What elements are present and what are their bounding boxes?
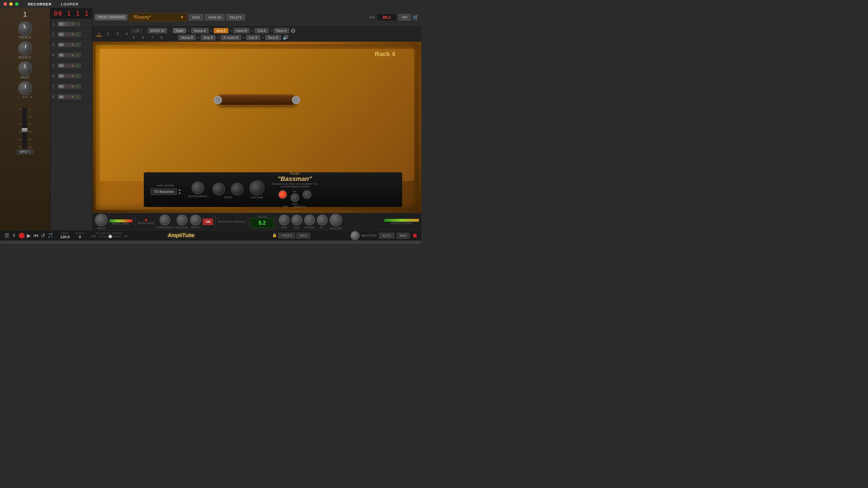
stomp-b-node[interactable]: Stomp B bbox=[178, 35, 195, 40]
ch4-m-btn[interactable]: M bbox=[70, 53, 75, 57]
volume-knob[interactable] bbox=[249, 181, 265, 195]
chain-tab-4[interactable]: 4 bbox=[124, 32, 130, 36]
fader-track[interactable] bbox=[22, 108, 27, 148]
amp-model-up[interactable]: ▲ bbox=[178, 188, 181, 192]
tab-looper[interactable]: LOOPER bbox=[60, 1, 80, 7]
loop-icon[interactable]: ↺ bbox=[41, 232, 45, 239]
amp-model-name[interactable]: '53 Bassman bbox=[151, 189, 177, 195]
release-knob[interactable] bbox=[177, 215, 187, 226]
input-knob[interactable] bbox=[95, 214, 107, 226]
save-btn[interactable]: SAVE bbox=[189, 14, 204, 21]
info-btn[interactable]: INFO bbox=[296, 233, 310, 238]
ch3-fx-btn[interactable]: FX bbox=[58, 43, 64, 47]
close-button[interactable] bbox=[3, 2, 7, 6]
amp-a-node[interactable]: Amp A bbox=[214, 28, 228, 33]
speed-slider[interactable] bbox=[99, 236, 122, 237]
preset-browser-btn[interactable]: PRESET BROWSER bbox=[95, 14, 127, 20]
threshold-knob[interactable] bbox=[159, 215, 170, 226]
ch6-fx-btn[interactable]: FX bbox=[58, 74, 64, 78]
chain-tab-8[interactable]: 8 bbox=[159, 35, 164, 40]
pan-module-knob[interactable] bbox=[279, 215, 290, 226]
lock-icon[interactable]: 🔒 bbox=[272, 233, 277, 238]
tone-knob[interactable] bbox=[212, 183, 225, 195]
ch7-m-btn[interactable]: M bbox=[70, 85, 75, 89]
chain-tab-6[interactable]: 6 bbox=[140, 35, 146, 40]
ch2-fx-btn[interactable]: FX bbox=[58, 32, 64, 36]
stomp-a-node[interactable]: Stomp A bbox=[191, 28, 209, 33]
power-icon[interactable]: ⏻ bbox=[291, 28, 296, 33]
save-as-btn[interactable]: SAVE AS bbox=[205, 14, 225, 21]
tap-btn[interactable]: TAP bbox=[398, 14, 411, 21]
ch2-r-btn[interactable]: R bbox=[65, 32, 70, 36]
insert-b-node[interactable]: A. Insert B bbox=[221, 35, 241, 40]
amp-b-node[interactable]: Amp B bbox=[201, 35, 216, 40]
auto-btn[interactable]: AUTO bbox=[379, 233, 394, 238]
ch4-s-btn[interactable]: S bbox=[76, 53, 81, 57]
amp-power-switch[interactable] bbox=[278, 190, 287, 199]
ch4-r-btn[interactable]: R bbox=[65, 53, 70, 57]
tab-recorder[interactable]: RECORDER bbox=[27, 1, 53, 7]
minimize-button[interactable] bbox=[9, 2, 13, 6]
cart-icon[interactable]: 🛒 bbox=[412, 14, 419, 21]
ch2-m-btn[interactable]: M bbox=[70, 32, 75, 36]
hamburger-icon[interactable]: ☰ bbox=[5, 232, 9, 239]
mono-in-node[interactable]: MONO IN bbox=[148, 28, 167, 33]
chain-tab-7[interactable]: 7 bbox=[149, 35, 155, 40]
middle-knob[interactable] bbox=[18, 41, 32, 55]
ch5-fx-btn[interactable]: FX bbox=[58, 64, 64, 68]
insert-a-node[interactable]: Insert A bbox=[234, 28, 249, 33]
pan-knob[interactable] bbox=[18, 81, 32, 95]
amp-model-down[interactable]: ▼ bbox=[178, 192, 181, 195]
vol-knob[interactable] bbox=[291, 215, 302, 226]
ch7-fx-btn[interactable]: FX bbox=[58, 85, 64, 89]
speed-handle[interactable] bbox=[108, 235, 112, 238]
maximize-button[interactable] bbox=[15, 2, 19, 6]
ch1-fx-btn[interactable]: FX bbox=[58, 22, 64, 26]
rack-b-node[interactable]: Rack B bbox=[265, 35, 281, 40]
chain-tab-5[interactable]: 5 bbox=[131, 35, 136, 40]
chain-tab-1[interactable]: 1 bbox=[96, 32, 102, 36]
ch1-s-btn[interactable]: S bbox=[75, 22, 80, 26]
tone-knob-2[interactable] bbox=[231, 183, 244, 195]
cab-b-node[interactable]: Cab B bbox=[246, 35, 260, 40]
amp-worn-switch[interactable] bbox=[303, 190, 311, 199]
midi-btn[interactable]: MIDI bbox=[397, 233, 410, 238]
di-knob[interactable] bbox=[317, 215, 328, 226]
ch3-m-btn[interactable]: M bbox=[70, 43, 75, 47]
ch3-s-btn[interactable]: S bbox=[76, 43, 81, 47]
chain-tab-2[interactable]: 2 bbox=[105, 32, 111, 36]
on-btn[interactable]: ON bbox=[203, 219, 213, 225]
ch1-r-btn[interactable]: ■ bbox=[65, 22, 69, 26]
master-module-knob[interactable] bbox=[330, 214, 342, 226]
rewind-icon[interactable]: ⏮ bbox=[33, 232, 38, 238]
grid-icon[interactable]: # bbox=[13, 233, 16, 238]
ch5-m-btn[interactable]: M bbox=[70, 64, 75, 68]
ch5-r-btn[interactable]: R bbox=[65, 64, 70, 68]
ch6-r-btn[interactable]: R bbox=[65, 74, 70, 78]
speaker-icon[interactable]: 🔊 bbox=[283, 35, 288, 40]
input-label[interactable]: INPUT 1 bbox=[17, 150, 33, 154]
instrument-knob[interactable] bbox=[191, 182, 204, 194]
ch4-fx-btn[interactable]: FX bbox=[58, 53, 64, 57]
chain-tab-3[interactable]: 3 bbox=[115, 32, 120, 36]
preset-selector[interactable]: *Roomy* ▾ bbox=[129, 13, 187, 22]
ch6-s-btn[interactable]: S bbox=[76, 74, 81, 78]
fader-handle[interactable] bbox=[22, 128, 28, 132]
ch8-m-btn[interactable]: M bbox=[70, 95, 75, 99]
ch7-s-btn[interactable]: S bbox=[76, 85, 81, 89]
amp-on-switch[interactable] bbox=[290, 193, 299, 202]
tuner-node[interactable]: Tuner bbox=[173, 28, 186, 33]
ch5-s-btn[interactable]: S bbox=[76, 64, 81, 68]
ch2-s-btn[interactable]: S bbox=[76, 32, 81, 36]
ch8-r-btn[interactable]: R bbox=[65, 95, 70, 99]
record-btn[interactable] bbox=[19, 233, 25, 238]
bass-knob[interactable] bbox=[18, 61, 32, 75]
delete-btn[interactable]: DELETE bbox=[226, 14, 245, 21]
ch7-r-btn[interactable]: R bbox=[65, 85, 70, 89]
ch6-m-btn[interactable]: M bbox=[70, 74, 75, 78]
ch8-fx-btn[interactable]: FX bbox=[58, 95, 64, 99]
ch1-m-btn[interactable]: M bbox=[70, 22, 75, 26]
ch8-s-btn[interactable]: S bbox=[76, 95, 81, 99]
metronome-icon[interactable]: 🎵 bbox=[48, 233, 53, 238]
cab-a-node[interactable]: Cab A bbox=[255, 28, 269, 33]
